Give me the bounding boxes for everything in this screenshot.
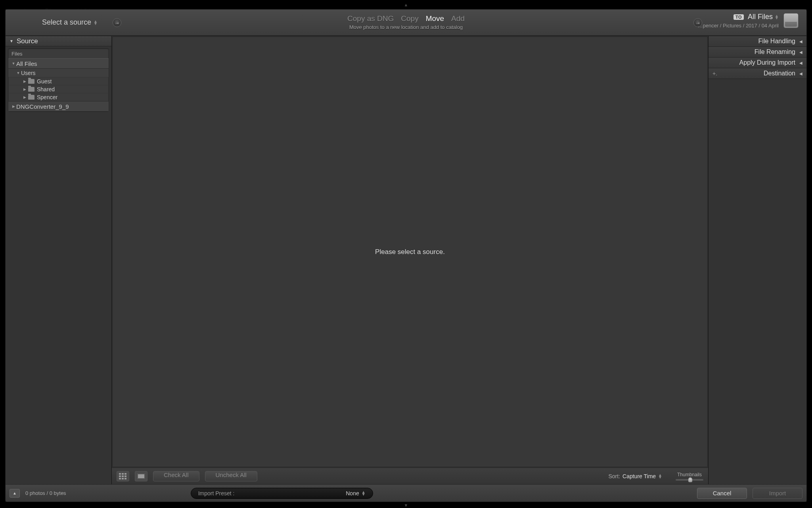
expand-button[interactable]: ▲ bbox=[10, 489, 20, 498]
preset-label: Import Preset : bbox=[198, 490, 235, 496]
loupe-view-button[interactable] bbox=[135, 471, 147, 481]
triangle-right-icon: ▶ bbox=[11, 104, 16, 108]
uncheck-all-button: Uncheck All bbox=[205, 471, 257, 481]
grid-view-button[interactable] bbox=[117, 471, 129, 481]
right-panel: File Handling ◀ File Renaming ◀ Apply Du… bbox=[708, 36, 806, 484]
mode-move[interactable]: Move bbox=[426, 14, 444, 23]
arrow-from-source-icon: → bbox=[113, 18, 121, 27]
tree-node-all-files[interactable]: ▼ All Files bbox=[8, 58, 109, 69]
preview-area: Please select a source. bbox=[112, 37, 708, 467]
tree-node-label: Guest bbox=[37, 78, 52, 85]
single-icon bbox=[137, 473, 145, 479]
tree-node-shared[interactable]: ▶ Shared bbox=[8, 85, 109, 93]
triangle-down-icon: ▼ bbox=[11, 62, 16, 65]
folder-icon bbox=[28, 87, 34, 92]
preview-toolbar: Check All Uncheck All Sort: Capture Time… bbox=[112, 468, 708, 484]
dialog-header: Select a source ▲▼ → Copy as DNG Copy Mo… bbox=[6, 10, 806, 36]
triangle-down-icon: ▼ bbox=[10, 39, 13, 43]
import-button: Import bbox=[753, 488, 802, 499]
triangle-left-icon: ◀ bbox=[799, 50, 802, 54]
panel-label: File Renaming bbox=[755, 48, 795, 56]
tree-node-label: All Files bbox=[16, 60, 37, 67]
mode-subtitle: Move photos to a new location and add to… bbox=[347, 24, 465, 30]
updown-icon: ▲▼ bbox=[658, 474, 662, 479]
panel-collapse-bottom[interactable]: ▼ bbox=[404, 503, 408, 508]
source-panel-title: Source bbox=[17, 37, 38, 45]
panel-apply-during-import[interactable]: Apply During Import ◀ bbox=[709, 58, 806, 68]
mode-add[interactable]: Add bbox=[451, 14, 465, 23]
panel-destination[interactable]: +. Destination ◀ bbox=[709, 68, 806, 79]
preset-value: None bbox=[346, 490, 359, 496]
panel-label: File Handling bbox=[758, 38, 795, 45]
cancel-button[interactable]: Cancel bbox=[697, 488, 747, 499]
check-all-button: Check All bbox=[153, 471, 199, 481]
file-tree: Files ▼ All Files ▼ Users ▶ Guest bbox=[8, 48, 109, 112]
updown-icon: ▲▼ bbox=[362, 491, 366, 496]
tree-section-label: Files bbox=[8, 48, 109, 58]
select-source-dropdown[interactable]: Select a source ▲▼ bbox=[42, 18, 98, 27]
sort-label: Sort: bbox=[608, 473, 620, 479]
triangle-left-icon: ◀ bbox=[799, 71, 802, 76]
mode-copy-as-dng[interactable]: Copy as DNG bbox=[347, 14, 394, 23]
panel-collapse-top[interactable]: ▲ bbox=[404, 2, 408, 7]
triangle-right-icon: ▶ bbox=[22, 79, 27, 83]
slider-thumb[interactable] bbox=[688, 477, 692, 482]
import-dialog: Select a source ▲▼ → Copy as DNG Copy Mo… bbox=[5, 9, 807, 502]
triangle-down-icon: ▼ bbox=[15, 71, 21, 75]
tree-node-users[interactable]: ▼ Users bbox=[8, 69, 109, 77]
plus-icon[interactable]: +. bbox=[712, 70, 717, 77]
destination-name: All Files bbox=[748, 13, 773, 21]
import-modes: Copy as DNG Copy Move Add Move photos to… bbox=[347, 14, 465, 30]
panel-label: Apply During Import bbox=[739, 59, 795, 66]
sort-dropdown[interactable]: Sort: Capture Time ▲▼ bbox=[608, 473, 662, 479]
folder-icon bbox=[28, 79, 34, 84]
panel-label: Destination bbox=[764, 70, 795, 77]
import-stats: 0 photos / 0 bytes bbox=[25, 490, 66, 496]
tree-node-label: Spencer bbox=[37, 94, 57, 100]
tree-node-dngconverter[interactable]: ▶ DNGConverter_9_9 bbox=[8, 101, 109, 112]
tree-node-label: DNGConverter_9_9 bbox=[16, 103, 69, 110]
tree-node-label: Users bbox=[21, 70, 36, 76]
import-preset-dropdown[interactable]: Import Preset : None ▲▼ bbox=[191, 488, 373, 499]
tree-node-label: Shared bbox=[37, 86, 55, 92]
triangle-right-icon: ▶ bbox=[22, 95, 27, 99]
empty-state-message: Please select a source. bbox=[375, 248, 445, 256]
thumbnails-label: Thumbnails bbox=[677, 472, 702, 477]
updown-icon: ▲▼ bbox=[94, 20, 98, 25]
sort-value: Capture Time bbox=[622, 473, 656, 479]
triangle-right-icon: ▶ bbox=[22, 87, 27, 91]
dialog-footer: ▲ 0 photos / 0 bytes Import Preset : Non… bbox=[6, 484, 806, 502]
folder-icon bbox=[28, 95, 34, 100]
source-panel: ▼ Source Files ▼ All Files ▼ Users ▶ bbox=[6, 36, 112, 484]
grid-icon bbox=[119, 473, 127, 479]
triangle-left-icon: ◀ bbox=[799, 39, 802, 44]
to-badge: TO bbox=[733, 14, 744, 20]
source-panel-header[interactable]: ▼ Source bbox=[6, 36, 111, 46]
tree-node-guest[interactable]: ▶ Guest bbox=[8, 77, 109, 85]
updown-icon: ▲▼ bbox=[775, 15, 779, 19]
mode-copy[interactable]: Copy bbox=[401, 14, 418, 23]
triangle-left-icon: ◀ bbox=[799, 61, 802, 65]
tree-node-spencer[interactable]: ▶ Spencer bbox=[8, 93, 109, 101]
thumbnail-size-slider[interactable] bbox=[676, 479, 703, 481]
disk-icon bbox=[783, 13, 799, 28]
destination-area[interactable]: TO All Files ▲▼ …pencer / Pictures / 201… bbox=[698, 13, 799, 29]
panel-file-handling[interactable]: File Handling ◀ bbox=[709, 36, 806, 47]
destination-path: …pencer / Pictures / 2017 / 04 April bbox=[698, 23, 779, 29]
select-source-label: Select a source bbox=[42, 18, 91, 27]
panel-file-renaming[interactable]: File Renaming ◀ bbox=[709, 47, 806, 58]
